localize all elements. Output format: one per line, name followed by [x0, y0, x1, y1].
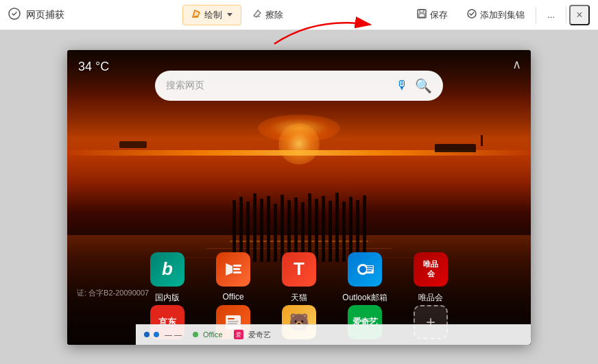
app-vipshop[interactable]: 唯品会 唯品会 [406, 252, 455, 304]
app-label-guoneiban: 国内版 [155, 292, 180, 304]
app-guoneiban[interactable]: b 国内版 [143, 252, 192, 304]
browser-window: 34 °C 搜索网页 🎙 🔍 ∧ b 国内版 [67, 50, 531, 345]
taskbar-label-2: Office [203, 330, 223, 339]
scroll-up-button[interactable]: ∧ [512, 57, 521, 72]
svg-rect-6 [419, 14, 424, 17]
more-label: ... [547, 10, 555, 20]
save-label: 保存 [430, 9, 448, 21]
app-label-tianmao: 天猫 [291, 292, 307, 304]
collection-icon [467, 9, 477, 21]
close-icon: × [576, 9, 582, 21]
taskbar-dot-3 [193, 332, 198, 337]
taskbar-label-1: — — [165, 330, 182, 339]
temperature-text: 34 °C [78, 60, 109, 73]
svg-rect-12 [233, 271, 241, 274]
save-icon [417, 9, 427, 21]
ship1-mast [481, 135, 483, 146]
svg-rect-22 [228, 321, 239, 322]
svg-rect-11 [233, 268, 240, 270]
svg-rect-18 [367, 268, 373, 269]
ship1 [435, 144, 476, 152]
erase-icon [252, 9, 262, 21]
sun [278, 123, 320, 165]
main-content: 34 °C 搜索网页 🎙 🔍 ∧ b 国内版 [0, 30, 598, 364]
draw-icon [191, 9, 201, 21]
draw-label: 绘制 [204, 9, 222, 21]
ship2 [119, 141, 147, 148]
app-icon-outlook [348, 252, 382, 287]
svg-rect-19 [367, 270, 372, 271]
erase-label: 擦除 [265, 9, 283, 21]
erase-button[interactable]: 擦除 [244, 5, 291, 25]
svg-rect-17 [367, 266, 373, 267]
collection-button[interactable]: 添加到集锦 [459, 5, 533, 25]
more-button[interactable]: ... [539, 6, 563, 23]
search-container: 搜索网页 🎙 🔍 [155, 71, 443, 101]
taskbar-item-1[interactable]: — — [144, 330, 182, 339]
close-button[interactable]: × [569, 5, 590, 25]
svg-rect-10 [233, 265, 241, 267]
taskbar-item-3[interactable]: 爱 爱奇艺 [234, 330, 271, 340]
taskbar-dot-2 [154, 332, 159, 337]
pier [67, 180, 531, 262]
collection-label: 添加到集锦 [480, 9, 525, 21]
save-button[interactable]: 保存 [409, 5, 456, 25]
toolbar-left: 网页捕获 [8, 8, 64, 23]
toolbar: 网页捕获 绘制 擦除 [0, 0, 598, 30]
svg-point-15 [359, 266, 366, 273]
app-label-office: Office [222, 292, 243, 302]
toolbar-center: 绘制 擦除 [70, 5, 403, 25]
license-label: 证: 合字B2-20090007 [77, 289, 149, 297]
search-bar: 搜索网页 🎙 🔍 [155, 71, 443, 101]
app-office[interactable]: Office [208, 252, 258, 302]
mic-icon[interactable]: 🎙 [396, 78, 408, 93]
app-icon-guoneiban: b [150, 252, 184, 287]
browser-taskbar: — — Office 爱 爱奇艺 [136, 324, 531, 345]
toolbar-right: 保存 添加到集锦 ... × [409, 5, 590, 25]
app-tianmao[interactable]: T 天猫 [274, 252, 324, 304]
app-icon-tianmao: T [282, 252, 316, 287]
search-placeholder[interactable]: 搜索网页 [166, 80, 389, 92]
scroll-up-icon: ∧ [512, 58, 521, 71]
app-label-vipshop: 唯品会 [418, 292, 443, 304]
taskbar-item-2[interactable]: Office [193, 330, 223, 339]
capture-icon [8, 8, 21, 23]
temperature-display: 34 °C [78, 60, 109, 74]
toolbar-divider2 [566, 7, 566, 23]
taskbar-dot-1 [144, 332, 150, 337]
search-icon[interactable]: 🔍 [415, 77, 432, 94]
taskbar-icon-3: 爱 [234, 330, 243, 339]
taskbar-label-3: 爱奇艺 [248, 330, 271, 340]
license-text: 证: 合字B2-20090007 [77, 288, 149, 298]
toolbar-divider [536, 7, 536, 23]
app-icon-vipshop: 唯品会 [414, 252, 448, 287]
app-outlook[interactable]: Outlook邮箱 [340, 252, 390, 304]
app-label-outlook: Outlook邮箱 [342, 292, 387, 304]
svg-rect-21 [228, 318, 235, 319]
draw-chevron [227, 13, 232, 16]
apps-row1: b 国内版 Office [143, 252, 455, 304]
draw-button[interactable]: 绘制 [182, 5, 241, 25]
app-icon-office [216, 252, 250, 287]
toolbar-brand-label: 网页捕获 [26, 9, 64, 21]
